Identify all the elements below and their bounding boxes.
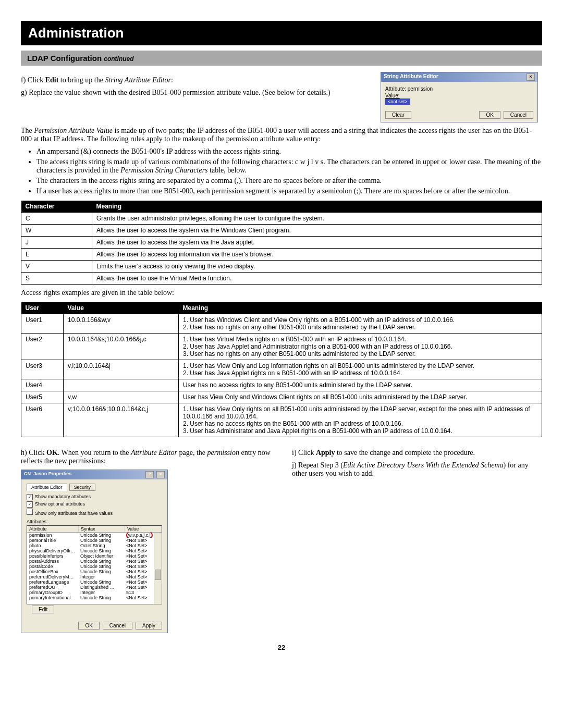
props-titlebar: CN=Jason Properties ? × (21, 470, 167, 479)
list-item[interactable]: postOfficeBoxUnicode String<Not Set> (27, 569, 162, 574)
list-item[interactable]: possibleInferiorsObject Identifier<Not S… (27, 553, 162, 559)
table-row: User110.0.0.166&w,v1. User has Windows C… (21, 314, 542, 334)
tab-attribute-editor[interactable]: Attribute Editor (27, 484, 67, 491)
permission-paragraph: The Permission Attribute Value is made u… (21, 127, 542, 143)
sae-value-label: Value: (385, 93, 533, 98)
attributes-label: Attributes: (27, 519, 162, 524)
bullet-2: The access rights string is made up of v… (36, 158, 542, 175)
table-row: LAllows the user to access log informati… (21, 249, 542, 261)
step-j: j) Repeat Step 3 (Edit Active Directory … (292, 461, 542, 478)
page-title-bar: Administration (21, 21, 542, 45)
examples-intro: Access rights examples are given in the … (21, 289, 542, 297)
bullet-3: The characters in the access rights stri… (36, 177, 542, 185)
scrollbar[interactable] (154, 533, 162, 604)
string-attribute-editor-dialog: String Attribute Editor × Attribute: per… (381, 72, 538, 122)
table-row: CGrants the user administrator privilege… (21, 213, 542, 225)
table-row: User4User has no access rights to any B0… (21, 379, 542, 391)
table-row: User6v;10.0.0.166&;10.0.0.164&c,j1. User… (21, 403, 542, 437)
props-title-text: CN=Jason Properties (24, 471, 71, 478)
section-label: LDAP Configuration (27, 54, 102, 63)
help-icon[interactable]: ? (145, 471, 154, 478)
step-i: i) Click Apply to save the change and co… (292, 449, 542, 457)
step-f: f) Click Edit to bring up the String Att… (21, 76, 370, 84)
bullet-4: If a user has access rights to more than… (36, 187, 542, 195)
table-row: User210.0.0.164&s;10.0.0.166&j,c1. User … (21, 334, 542, 360)
ex-header-meaning: Meaning (179, 302, 542, 314)
table-row: User5v,wUser has View Only and Windows C… (21, 391, 542, 403)
sae-titlebar: String Attribute Editor × (381, 72, 537, 82)
clear-button[interactable]: Clear (385, 111, 411, 119)
edit-button[interactable]: Edit (32, 606, 54, 613)
list-item[interactable]: postalAddressUnicode String<Not Set> (27, 559, 162, 564)
char-header-character: Character (21, 201, 92, 213)
props-apply-button[interactable]: Apply (136, 622, 162, 630)
list-item[interactable]: photoOctet String<Not Set> (27, 543, 162, 548)
chk-hasvalues[interactable]: Show only attributes that have values (27, 509, 162, 516)
col-syntax: Syntax (79, 526, 125, 532)
sae-title-text: String Attribute Editor (384, 73, 438, 81)
col-attribute: Attribute (27, 526, 79, 532)
table-row: User3v,l;10.0.0.164&j1. User has View On… (21, 360, 542, 379)
chk-mandatory[interactable]: ✓Show mandatory attributes (27, 494, 162, 500)
page-number: 22 (21, 644, 542, 651)
bullet-1: An ampersand (&) connects the B051-000's… (36, 147, 542, 156)
page-title: Administration (28, 25, 124, 41)
sae-attribute-label: Attribute: permission (385, 86, 533, 92)
section-continued: continued (104, 55, 133, 63)
col-value: Value (125, 526, 162, 532)
close-icon[interactable]: × (156, 471, 165, 478)
sae-value-field[interactable]: <not set> (385, 98, 410, 105)
cancel-button[interactable]: Cancel (504, 111, 533, 119)
close-icon[interactable]: × (527, 73, 535, 81)
list-item[interactable]: physicalDeliveryOffic…Unicode String<Not… (27, 548, 162, 553)
ex-header-value: Value (64, 302, 179, 314)
props-ok-button[interactable]: OK (78, 622, 99, 630)
section-header: LDAP Configuration continued (21, 51, 542, 66)
table-row: JAllows the user to access the system vi… (21, 237, 542, 249)
list-item[interactable]: primaryInternationalIS…Unicode String<No… (27, 595, 162, 600)
table-row: WAllows the user to access the system vi… (21, 225, 542, 237)
access-rights-examples-table: User Value Meaning User110.0.0.166&w,v1.… (21, 302, 542, 437)
table-row: SAllows the user to use the Virtual Medi… (21, 273, 542, 285)
list-item[interactable]: postalCodeUnicode String<Not Set> (27, 564, 162, 569)
char-header-meaning: Meaning (92, 201, 542, 213)
ok-button[interactable]: OK (479, 111, 500, 119)
list-item[interactable]: permissionUnicode Stringw,v,p,s,j,c,l (27, 533, 162, 538)
list-item[interactable]: preferredLanguageUnicode String<Not Set> (27, 579, 162, 585)
props-cancel-button[interactable]: Cancel (103, 622, 132, 630)
step-g: g) Replace the value shown with the desi… (21, 89, 370, 97)
permission-characters-table: Character Meaning CGrants the user admin… (21, 201, 542, 285)
list-item[interactable]: primaryGroupIDInteger513 (27, 590, 162, 595)
ex-header-user: User (21, 302, 64, 314)
step-h: h) Click OK. When you return to the Attr… (21, 449, 271, 465)
properties-dialog: CN=Jason Properties ? × Attribute Editor… (21, 470, 168, 633)
attribute-list[interactable]: Attribute Syntax Value permissionUnicode… (27, 525, 162, 604)
list-item[interactable]: personalTitleUnicode String<Not Set> (27, 538, 162, 543)
table-row: VLimits the user's access to only viewin… (21, 261, 542, 273)
list-item[interactable]: preferredOUDistinguished …<Not Set> (27, 585, 162, 590)
tab-row: Attribute Editor Security (27, 484, 162, 491)
chk-optional[interactable]: ✓Show optional attributes (27, 501, 162, 508)
tab-security[interactable]: Security (69, 484, 96, 491)
rules-bullets: An ampersand (&) connects the B051-000's… (21, 147, 542, 195)
list-item[interactable]: preferredDeliveryMet…Integer<Not Set> (27, 574, 162, 579)
